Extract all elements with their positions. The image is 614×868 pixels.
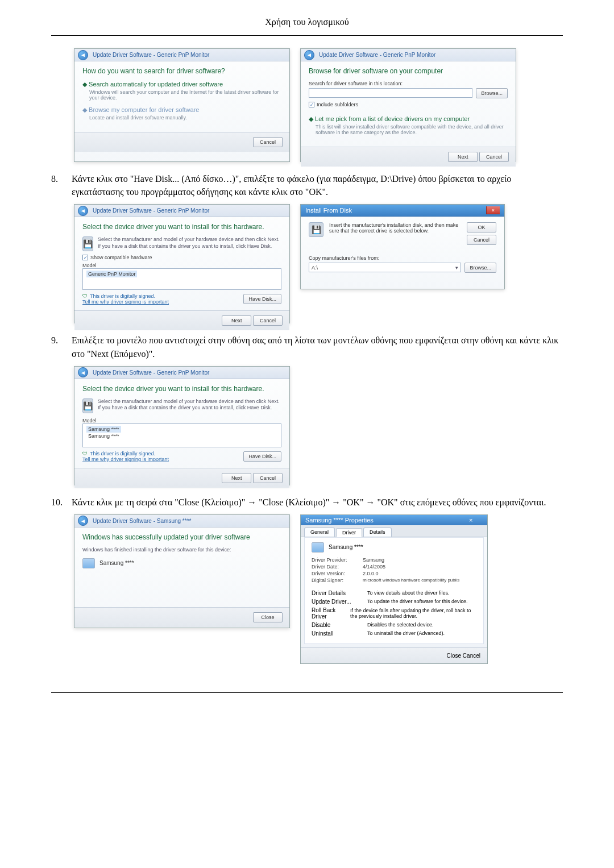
next-button[interactable]: Next <box>222 315 251 326</box>
browse-option[interactable]: ◆ Browse my computer for driver software <box>82 106 281 114</box>
copy-label: Copy manufacturer's files from: <box>309 255 496 261</box>
label: Driver Date: <box>312 564 363 570</box>
device-label: Samsung **** <box>99 560 134 566</box>
header-rule <box>51 35 563 36</box>
disable-button[interactable]: Disable <box>312 622 363 628</box>
value: 4/14/2005 <box>363 564 385 570</box>
desc: To view details about the driver files. <box>367 590 450 596</box>
dialog-title: Install From Disk <box>305 207 352 214</box>
signing-link[interactable]: Tell me why driver signing is important <box>82 456 169 462</box>
disk-icon: 💾 <box>309 222 323 237</box>
install-from-disk-dialog: Install From Disk × 💾 Insert the manufac… <box>300 204 505 289</box>
model-list[interactable]: Generic PnP Monitor <box>82 268 281 290</box>
label: Search for driver software in this locat… <box>309 81 508 86</box>
ok-button[interactable]: OK <box>467 222 496 232</box>
next-button[interactable]: Next <box>448 152 478 162</box>
select-driver-dialog-models: × ◄ Update Driver Software - Generic PnP… <box>74 366 290 485</box>
next-button[interactable]: Next <box>222 473 251 483</box>
cancel-button[interactable]: Cancel <box>253 315 283 326</box>
close-icon[interactable]: × <box>469 517 483 524</box>
subtitle: Windows has finished installing the driv… <box>82 547 281 553</box>
dialog-title: Update Driver Software - Generic PnP Mon… <box>319 52 435 58</box>
update-driver-dialog-search: × ◄ Update Driver Software - Generic PnP… <box>74 48 290 162</box>
uninstall-button[interactable]: Uninstall <box>312 630 363 637</box>
column-header: Model <box>82 418 281 423</box>
have-disk-button[interactable]: Have Disk... <box>243 294 281 304</box>
monitor-icon <box>312 542 324 553</box>
footer-rule <box>51 692 563 693</box>
close-button[interactable]: Close <box>253 612 283 622</box>
path-input[interactable]: A:\▾ <box>309 263 461 272</box>
signing-link[interactable]: Tell me why driver signing is important <box>82 299 169 305</box>
value: 2.0.0.0 <box>363 571 379 576</box>
cancel-button[interactable]: Cancel <box>253 473 283 483</box>
step-text: Επιλέξτε το μοντέλο που αντιστοιχεί στην… <box>72 334 563 360</box>
option-subtitle: Windows will search your computer and th… <box>82 89 281 101</box>
back-icon[interactable]: ◄ <box>78 50 88 60</box>
heading: How do you want to search for driver sof… <box>82 67 281 75</box>
cancel-button[interactable]: Cancel <box>479 152 509 162</box>
heading: Select the device driver you want to ins… <box>82 223 281 231</box>
select-driver-dialog: × ◄ Update Driver Software - Generic PnP… <box>74 204 290 323</box>
show-compatible-checkbox: Show compatible hardware <box>90 255 152 260</box>
column-header: Model <box>82 263 281 268</box>
include-subfolders-checkbox: Include subfolders <box>317 102 358 107</box>
option-subtitle: This list will show installed driver sof… <box>309 124 508 135</box>
ok-button[interactable]: Close <box>447 653 462 659</box>
update-driver-success-dialog: × ◄ Update Driver Software - Samsung ***… <box>74 514 290 628</box>
dialog-title: Samsung **** Properties <box>305 517 374 524</box>
checkbox-icon[interactable]: ✓ <box>309 102 314 107</box>
roll-back-button[interactable]: Roll Back Driver <box>312 607 346 620</box>
heading: Windows has successfully updated your dr… <box>82 533 281 541</box>
page-title: Χρήση του λογισμικού <box>51 17 563 31</box>
subtitle: Select the manufacturer and model of you… <box>98 236 281 251</box>
close-icon[interactable]: × <box>486 206 500 214</box>
label: Driver Provider: <box>312 557 363 563</box>
search-auto-option[interactable]: ◆ Search automatically for updated drive… <box>82 81 281 88</box>
browse-button[interactable]: Browse... <box>464 263 496 273</box>
driver-details-button[interactable]: Driver Details <box>312 590 363 596</box>
back-icon[interactable]: ◄ <box>304 50 314 60</box>
back-icon[interactable]: ◄ <box>78 206 88 216</box>
step-number: 8. <box>51 172 72 198</box>
heading: Select the device driver you want to ins… <box>82 385 281 393</box>
step-text: Κάντε κλικ στο "Have Disk... (Από δίσκο…… <box>72 172 563 198</box>
list-item[interactable]: Samsung **** <box>86 433 121 439</box>
desc: To uninstall the driver (Advanced). <box>367 630 445 636</box>
cancel-button[interactable]: Cancel <box>463 653 480 659</box>
step-number: 9. <box>51 334 72 360</box>
disk-icon: 💾 <box>82 398 93 413</box>
update-driver-dialog-browse: × ◄ Update Driver Software - Generic PnP… <box>300 48 516 162</box>
signed-label: This driver is digitally signed. <box>90 293 155 299</box>
cancel-button[interactable]: Cancel <box>253 137 283 147</box>
pick-from-list-option[interactable]: ◆ Let me pick from a list of device driv… <box>309 115 508 123</box>
browse-button[interactable]: Browse... <box>476 88 508 98</box>
desc: If the device fails after updating the d… <box>350 608 476 619</box>
step-text: Κάντε κλικ με τη σειρά στα "Close (Κλείσ… <box>72 496 563 509</box>
chevron-down-icon[interactable]: ▾ <box>455 265 458 271</box>
heading: Browse for driver software on your compu… <box>309 67 508 75</box>
subtitle: Select the manufacturer and model of you… <box>98 398 281 413</box>
tab-driver[interactable]: Driver <box>336 528 362 537</box>
back-icon[interactable]: ◄ <box>78 367 88 377</box>
device-label: Samsung **** <box>329 544 363 550</box>
message: Insert the manufacturer's installation d… <box>329 222 461 245</box>
dialog-title: Update Driver Software - Generic PnP Mon… <box>93 207 209 214</box>
tab-general[interactable]: General <box>304 528 335 537</box>
cancel-button[interactable]: Cancel <box>467 235 496 245</box>
update-driver-button[interactable]: Update Driver... <box>312 599 363 605</box>
location-input[interactable] <box>309 88 472 98</box>
checkbox-icon[interactable]: ✓ <box>82 255 88 260</box>
list-item[interactable]: Generic PnP Monitor <box>86 271 137 277</box>
desc: To update the driver software for this d… <box>367 599 468 604</box>
model-list[interactable]: Samsung **** Samsung **** <box>82 423 281 447</box>
back-icon[interactable]: ◄ <box>78 516 88 526</box>
desc: Disables the selected device. <box>367 622 434 628</box>
signed-label: This driver is digitally signed. <box>90 451 155 456</box>
list-item[interactable]: Samsung **** <box>86 426 121 433</box>
monitor-icon <box>82 558 95 568</box>
tab-details[interactable]: Details <box>363 528 392 537</box>
have-disk-button[interactable]: Have Disk... <box>243 451 281 462</box>
label: Driver Version: <box>312 571 363 576</box>
dialog-title: Update Driver Software - Generic PnP Mon… <box>93 52 209 58</box>
